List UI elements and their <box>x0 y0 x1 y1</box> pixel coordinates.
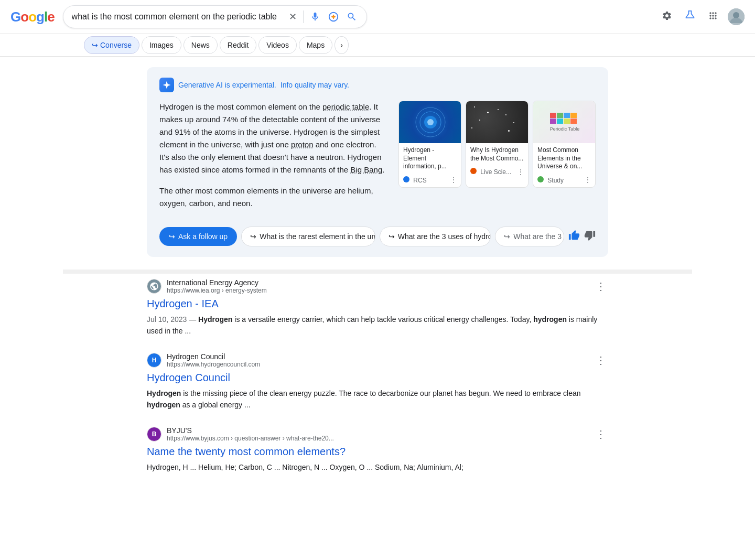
tab-maps[interactable]: Maps <box>299 36 332 54</box>
logo-letter-g: G <box>10 9 20 25</box>
section-separator <box>63 270 692 274</box>
logo-letter-e: e <box>47 9 54 25</box>
followup-icon: ↪ <box>169 232 175 241</box>
google-logo: Google <box>10 9 55 25</box>
favicon-iea <box>147 279 161 294</box>
result-title-byjus[interactable]: Name the twenty most common elements? <box>147 445 608 458</box>
favicon-letter-hcouncil: H <box>152 357 157 364</box>
big-bang-link[interactable]: Big Bang <box>350 165 382 174</box>
image-caption-study: Most Common Elements in the Universe & o… <box>533 143 595 174</box>
ai-images: Hydrogen - Element information, p... RCS… <box>398 101 596 218</box>
image-card-livesci[interactable]: Why Is Hydrogen the Most Commo... Live S… <box>466 101 528 188</box>
labs-button[interactable] <box>682 7 698 27</box>
svg-point-1 <box>332 15 335 18</box>
periodic-image-thumb: Periodic Table <box>533 101 596 143</box>
more-menu-livesci[interactable]: ⋮ <box>517 168 524 176</box>
voice-search-button[interactable] <box>309 10 321 23</box>
followup-primary-label: Ask a follow up <box>178 232 228 241</box>
suggestion-3uses[interactable]: ↪ What are the 3 uses of hydrogen? <box>380 227 491 246</box>
source-name-study: Study <box>547 177 564 184</box>
source-url-byjus: https://www.byjus.com › question-answer … <box>167 435 588 442</box>
lens-button[interactable] <box>327 10 340 24</box>
converse-icon: ↪ <box>92 41 98 49</box>
more-tabs-button[interactable]: › <box>335 36 349 54</box>
ai-icon <box>159 78 174 92</box>
source-name-hcouncil: Hydrogen Council <box>167 352 588 361</box>
suggestion-rarest-icon: ↪ <box>250 232 256 241</box>
logo-letter-o1: o <box>20 9 28 25</box>
followup-bar: ↪ Ask a follow up ↪ What is the rarest e… <box>159 227 596 246</box>
thumbdown-button[interactable] <box>584 230 596 244</box>
svg-point-7 <box>427 119 434 125</box>
ai-header: Generative AI is experimental. Info qual… <box>159 78 596 92</box>
source-info-hcouncil: Hydrogen Council https://www.hydrogencou… <box>167 352 588 368</box>
source-info-iea: International Energy Agency https://www.… <box>167 278 588 294</box>
thumbup-button[interactable] <box>568 230 580 244</box>
ai-content: Hydrogen is the most common element on t… <box>159 101 596 218</box>
avatar[interactable] <box>728 8 745 25</box>
ai-text: Hydrogen is the most common element on t… <box>159 101 386 218</box>
tab-videos[interactable]: Videos <box>258 36 297 54</box>
suggestion-3uses-label: What are the 3 uses of hydrogen? <box>398 232 491 241</box>
result-source-hcouncil: H Hydrogen Council https://www.hydrogenc… <box>147 352 608 369</box>
result-date-iea: Jul 10, 2023 <box>147 315 187 324</box>
image-cards-row: Hydrogen - Element information, p... RCS… <box>398 101 596 188</box>
clear-button[interactable]: ✕ <box>288 10 298 24</box>
ai-paragraph-2: The other most common elements in the un… <box>159 185 386 210</box>
more-menu-study[interactable]: ⋮ <box>585 176 591 184</box>
result-item-iea: International Energy Agency https://www.… <box>147 278 608 337</box>
search-input[interactable] <box>72 12 283 21</box>
source-url-hcouncil: https://www.hydrogencouncil.com <box>167 361 588 368</box>
tab-news[interactable]: News <box>184 36 218 54</box>
universe-image-thumb <box>466 101 528 143</box>
favicon-letter-byjus: B <box>152 430 157 438</box>
source-name-rcs: RCS <box>413 177 426 184</box>
tab-converse[interactable]: ↪ Converse <box>84 36 139 54</box>
source-info-byjus: BYJU'S https://www.byjus.com › question-… <box>167 426 588 442</box>
search-button[interactable] <box>346 10 358 23</box>
logo-letter-g2: g <box>36 9 44 25</box>
search-results: International Energy Agency https://www.… <box>147 274 608 473</box>
svg-point-3 <box>733 12 739 18</box>
avatar-image <box>728 8 745 25</box>
suggestion-rarest-label: What is the rarest element in the univer… <box>260 232 375 241</box>
hydrogen-image-thumb <box>399 101 461 143</box>
result-source-iea: International Energy Agency https://www.… <box>147 278 608 295</box>
suggestion-3more-label: What are the 3 m <box>513 232 564 241</box>
image-card-study[interactable]: Periodic Table Most Common Elements in t… <box>533 101 596 188</box>
main-content: Generative AI is experimental. Info qual… <box>63 57 692 498</box>
logo-letter-o2: o <box>28 9 36 25</box>
tab-images-label: Images <box>149 41 174 49</box>
result-menu-byjus[interactable]: ⋮ <box>594 426 608 443</box>
tab-converse-label: Converse <box>100 41 132 49</box>
favicon-hcouncil: H <box>147 353 161 368</box>
result-menu-iea[interactable]: ⋮ <box>594 278 608 295</box>
tab-reddit[interactable]: Reddit <box>220 36 256 54</box>
source-name-iea: International Energy Agency <box>167 278 588 287</box>
result-source-byjus: B BYJU'S https://www.byjus.com › questio… <box>147 426 608 443</box>
image-source-rcs: RCS ⋮ <box>399 174 461 187</box>
ask-followup-button[interactable]: ↪ Ask a follow up <box>159 227 237 246</box>
apps-button[interactable] <box>705 7 721 27</box>
settings-button[interactable] <box>659 7 675 27</box>
result-title-hcouncil[interactable]: Hydrogen Council <box>147 371 608 384</box>
result-snippet-iea: Jul 10, 2023 — Hydrogen is a versatile e… <box>147 314 608 337</box>
periodic-table-link[interactable]: periodic table <box>322 102 369 111</box>
tab-reddit-label: Reddit <box>228 41 249 49</box>
ai-answer-card: Generative AI is experimental. Info qual… <box>147 67 608 257</box>
suggestion-3uses-icon: ↪ <box>389 232 395 241</box>
result-menu-hcouncil[interactable]: ⋮ <box>594 352 608 369</box>
proton-link[interactable]: proton <box>291 140 314 149</box>
ai-paragraph-1: Hydrogen is the most common element on t… <box>159 101 386 176</box>
result-item-byjus: B BYJU'S https://www.byjus.com › questio… <box>147 426 608 473</box>
ai-experimental-label: Generative AI is experimental. <box>178 81 276 89</box>
image-card-rcs[interactable]: Hydrogen - Element information, p... RCS… <box>398 101 461 188</box>
result-item-hcouncil: H Hydrogen Council https://www.hydrogenc… <box>147 352 608 411</box>
more-menu-rcs[interactable]: ⋮ <box>450 176 457 184</box>
suggestion-rarest[interactable]: ↪ What is the rarest element in the univ… <box>241 227 375 246</box>
tab-images[interactable]: Images <box>142 36 181 54</box>
result-title-iea[interactable]: Hydrogen - IEA <box>147 297 608 310</box>
result-snippet-byjus: Hydrogen, H ... Helium, He; Carbon, C ..… <box>147 461 608 473</box>
search-bar-wrapper: ✕ <box>63 5 367 28</box>
suggestion-3more[interactable]: ↪ What are the 3 m <box>495 227 564 246</box>
